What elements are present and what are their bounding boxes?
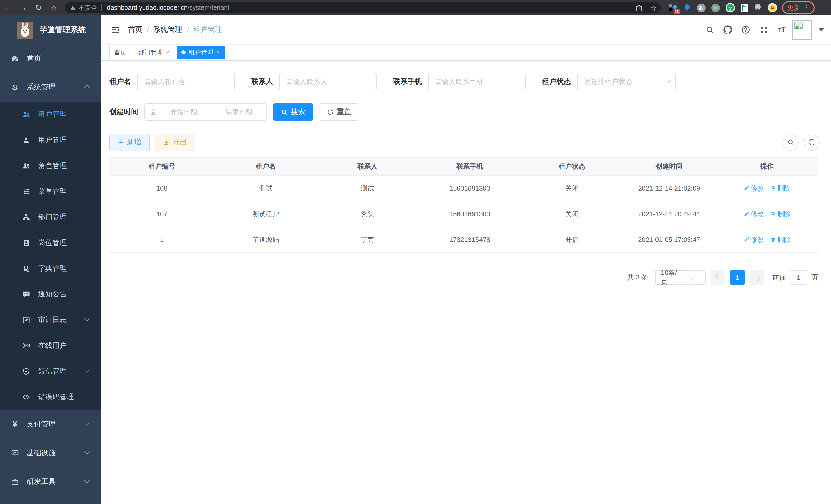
help-icon[interactable]	[739, 23, 753, 37]
col-header-id: 租户编号	[110, 162, 214, 171]
share-icon[interactable]	[635, 4, 643, 11]
goto-page-input[interactable]	[790, 270, 807, 285]
reset-button[interactable]: 重置	[319, 103, 359, 121]
bookmark-star-icon[interactable]: ☆	[650, 4, 657, 11]
sidebar-item-post[interactable]: 岗位管理	[0, 230, 101, 256]
contact-input[interactable]	[279, 73, 377, 90]
extension-cmd-icon[interactable]: ⌘	[697, 3, 706, 12]
sidebar-item-online-users[interactable]: 在线用户	[0, 333, 101, 359]
broken-image-icon	[794, 22, 803, 29]
id-badge-icon	[22, 239, 30, 247]
sidebar-item-menu-mgmt[interactable]: 菜单管理	[0, 179, 101, 205]
avatar[interactable]	[793, 20, 812, 39]
home-icon[interactable]: ⌂	[46, 0, 62, 16]
avatar-dropdown-caret[interactable]	[819, 28, 824, 31]
sidebar-item-label: 部门管理	[38, 213, 67, 222]
chevron-down-icon	[84, 449, 90, 455]
sidebar-item-dict[interactable]: 字典管理	[0, 256, 101, 281]
breadcrumb-home[interactable]: 首页	[128, 25, 142, 34]
export-button[interactable]: 导出	[155, 134, 195, 151]
tab-label: 部门管理	[138, 48, 163, 57]
github-icon[interactable]	[720, 23, 735, 37]
tenant-table: 租户编号 租户名 联系人 联系手机 租户状态 创建时间 操作 108 测试 测试…	[110, 157, 818, 253]
sidebar-item-notice[interactable]: 通知公告	[0, 281, 101, 307]
next-page-button[interactable]	[750, 270, 764, 285]
status-select[interactable]: 请选择租户状态	[577, 73, 676, 90]
mobile-input[interactable]	[428, 73, 526, 90]
edit-icon	[743, 237, 749, 242]
message-icon	[22, 290, 30, 298]
page-size-select[interactable]: 10条/页	[655, 270, 706, 285]
sidebar-item-infra[interactable]: 基础设施	[0, 439, 101, 468]
sidebar-item-sms[interactable]: 短信管理	[0, 359, 101, 384]
reload-icon[interactable]: ↻	[31, 0, 46, 16]
sidebar-item-label: 审计日志	[38, 316, 67, 325]
delete-link[interactable]: 删除	[770, 184, 791, 193]
table-toolbar: 新增 导出	[110, 134, 820, 151]
sidebar-item-role[interactable]: 角色管理	[0, 153, 101, 179]
breadcrumb-system[interactable]: 系统管理	[153, 25, 182, 34]
tab-tenant[interactable]: 租户管理	[177, 46, 225, 59]
extension-balloon-icon[interactable]	[683, 4, 691, 12]
chevron-down-icon	[665, 77, 671, 83]
edit-icon	[743, 185, 749, 191]
browser-update-button[interactable]: 更新 ⋮	[782, 1, 814, 14]
sidebar-item-dept[interactable]: 部门管理	[0, 205, 101, 230]
security-label[interactable]: 不安全	[79, 3, 97, 12]
header-search-icon[interactable]	[703, 23, 717, 37]
close-icon[interactable]	[166, 49, 170, 56]
close-icon[interactable]	[217, 49, 220, 56]
sidebar-item-errorcode[interactable]: 错误码管理	[0, 384, 101, 410]
extension-flag-icon[interactable]	[741, 3, 748, 12]
prev-page-button[interactable]	[711, 270, 725, 285]
update-label: 更新	[787, 3, 800, 12]
fullscreen-icon[interactable]	[756, 23, 771, 37]
sidebar-item-label: 首页	[27, 54, 41, 63]
extension-puzzle-icon[interactable]	[754, 4, 762, 12]
back-icon[interactable]: ←	[0, 0, 16, 16]
delete-link[interactable]: 删除	[770, 235, 791, 244]
page-size-value: 10条/页	[661, 268, 681, 287]
address-bar[interactable]: 不安全 dashboard.yudao.iocoder.cn/system/te…	[65, 2, 661, 13]
search-button[interactable]: 搜索	[273, 103, 314, 121]
date-start-placeholder[interactable]: 开始日期	[161, 108, 206, 117]
url-divider	[101, 4, 102, 11]
sidebar-collapse-icon[interactable]	[106, 21, 125, 39]
sidebar-item-user[interactable]: 用户管理	[0, 127, 101, 153]
sidebar-item-pay[interactable]: ¥ 支付管理	[0, 410, 101, 439]
status-label: 租户状态	[542, 77, 571, 86]
show-search-toggle-button[interactable]	[783, 135, 799, 150]
tab-home[interactable]: 首页	[110, 46, 131, 59]
cell-name: 芋道源码	[214, 235, 317, 244]
extension-yudao-icon[interactable]: y	[726, 3, 735, 12]
refresh-table-button[interactable]	[804, 135, 820, 150]
cell-status: 关闭	[522, 184, 622, 193]
table-row: 108 测试 测试 15601691300 关闭 2021-12-14 21:0…	[110, 176, 818, 201]
goto-label: 前往	[772, 273, 786, 282]
edit-link[interactable]: 修改	[743, 235, 764, 244]
delete-link[interactable]: 删除	[770, 209, 791, 218]
page-number-current[interactable]: 1	[730, 270, 745, 285]
extension-emoji-icon[interactable]	[768, 3, 777, 12]
tenant-name-input[interactable]	[137, 73, 235, 90]
edit-link[interactable]: 修改	[743, 184, 764, 193]
sidebar-item-audit-log[interactable]: 审计日志	[0, 307, 101, 333]
app-logo[interactable]: 芋道管理系统	[0, 16, 101, 44]
extension-recorder-icon[interactable]	[711, 3, 720, 12]
sidebar-item-home[interactable]: 首页	[0, 44, 101, 73]
date-range-picker[interactable]: 开始日期 - 结束日期	[144, 103, 267, 121]
logo-rabbit-image	[17, 21, 33, 38]
sidebar-item-tenant[interactable]: 租户管理	[0, 102, 101, 127]
sidebar-item-devtools[interactable]: 研发工具	[0, 468, 101, 496]
tab-dept[interactable]: 部门管理	[134, 46, 174, 59]
edit-link[interactable]: 修改	[743, 209, 764, 218]
date-end-placeholder[interactable]: 结束日期	[217, 108, 261, 117]
forward-icon[interactable]: →	[16, 0, 31, 16]
font-size-icon[interactable]: TT	[774, 23, 789, 37]
sidebar-item-system[interactable]: ⚙ 系统管理	[0, 73, 101, 102]
extension-tabs-icon[interactable]: 10	[668, 3, 677, 12]
add-button[interactable]: 新增	[110, 134, 149, 151]
table-row: 1 芋道源码 芋艿 17321315478 开启 2021-01-05 17:0…	[110, 227, 818, 253]
tab-label: 租户管理	[189, 48, 213, 57]
browser-menu-icon[interactable]: ⋮	[803, 4, 809, 11]
